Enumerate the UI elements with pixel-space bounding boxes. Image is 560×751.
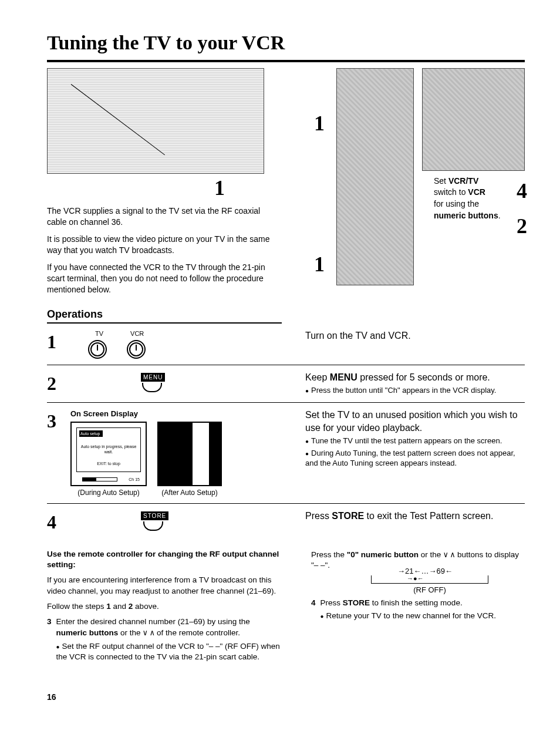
step-3-note1: Tune the TV until the test pattern appea… (305, 436, 525, 446)
remote-callout-column: 1 1 (287, 68, 328, 301)
step-4-text: Press STORE to exit the Test Pattern scr… (305, 510, 525, 523)
osd-during-setup: Auto setup Auto setup in progress, pleas… (70, 422, 147, 486)
up-chevron-icon-2: ∧ (450, 550, 455, 559)
intro-p2: It is possible to view the video picture… (47, 234, 279, 256)
rf-p2: Follow the steps 1 and 2 above. (47, 601, 282, 612)
vcr-power-icon (127, 340, 146, 359)
step-2-text: Keep MENU pressed for 5 seconds or more. (305, 371, 525, 384)
osd-caption-1: (During Auto Setup) (70, 488, 147, 497)
remote-full-illustration (336, 68, 414, 285)
menu-button-icon (142, 383, 162, 392)
menu-button-label: MENU (141, 373, 165, 382)
rf-heading: Use the remote controller for changing t… (47, 550, 279, 569)
vcr-front-illustration (47, 68, 264, 174)
lower-section: Use the remote controller for changing t… (47, 549, 525, 662)
step-2-number: 2 (47, 371, 61, 396)
step-3-note2: During Auto Tuning, the test pattern scr… (305, 448, 525, 469)
step-2-row: 2 MENU Keep MENU pressed for 5 seconds o… (47, 365, 525, 403)
rf-step4-num: 4 (311, 598, 316, 621)
page-number: 16 (47, 692, 525, 703)
store-button-label: STORE (141, 511, 168, 521)
rf-step3-num: 3 (47, 617, 52, 662)
step-3-row: 3 On Screen Display Auto setup Auto setu… (47, 403, 525, 504)
callout-1-remote-top: 1 (314, 109, 325, 138)
down-chevron-icon: ∨ (143, 628, 147, 637)
step-3-number: 3 (47, 409, 61, 434)
callout-2: 2 (517, 212, 527, 241)
tv-vcr-labels: TVVCR (95, 329, 146, 338)
remote-closeup-illustration (422, 68, 525, 171)
store-button-icon (143, 521, 163, 531)
vcr-tv-switch-note: Set VCR/TV switch to VCR for using the n… (434, 176, 516, 221)
step-1-row: 1 TVVCR Turn on the TV and VCR. (47, 324, 525, 365)
step-4-row: 4 STORE Press STORE to exit the Test Pat… (47, 504, 525, 541)
step-3-text: Set the TV to an unused position which y… (305, 409, 525, 434)
step-1-text: Turn on the TV and VCR. (305, 329, 525, 342)
rf-p1: If you are encountering interference fro… (47, 575, 282, 596)
operations-heading: Operations (47, 307, 282, 324)
callout-4: 4 (517, 177, 527, 206)
step-2-note: Press the button until "Ch" appears in t… (305, 385, 525, 396)
intro-text: The VCR supplies a signal to the TV set … (47, 206, 279, 295)
page-title: Tuning the TV to your VCR (47, 29, 525, 62)
intro-p3: If you have connected the VCR to the TV … (47, 262, 279, 295)
step-4-number: 4 (47, 510, 61, 535)
rf-change-right: Press the "0" numeric button or the ∨ ∧ … (311, 549, 525, 662)
intro-p1: The VCR supplies a signal to the TV set … (47, 206, 279, 228)
rf-step4-sub: Retune your TV to the new channel for th… (321, 611, 496, 621)
rf-range-diagram: →21←…→69← →●← (RF OFF) (335, 575, 525, 595)
callout-1-vcr: 1 (47, 174, 279, 203)
rf-change-left: Use the remote controller for changing t… (47, 549, 282, 662)
down-chevron-icon-2: ∨ (443, 550, 448, 559)
callout-1-remote-bottom: 1 (314, 250, 325, 279)
osd-caption-2: (After Auto Setup) (157, 488, 222, 497)
osd-title: On Screen Display (70, 409, 222, 419)
step-1-number: 1 (47, 329, 61, 355)
tv-power-icon (88, 340, 107, 359)
rf-step3-sub: Set the RF output channel of the VCR to … (56, 641, 282, 662)
osd-after-setup (157, 422, 222, 486)
top-illustration-row: 1 The VCR supplies a signal to the TV se… (47, 68, 525, 301)
